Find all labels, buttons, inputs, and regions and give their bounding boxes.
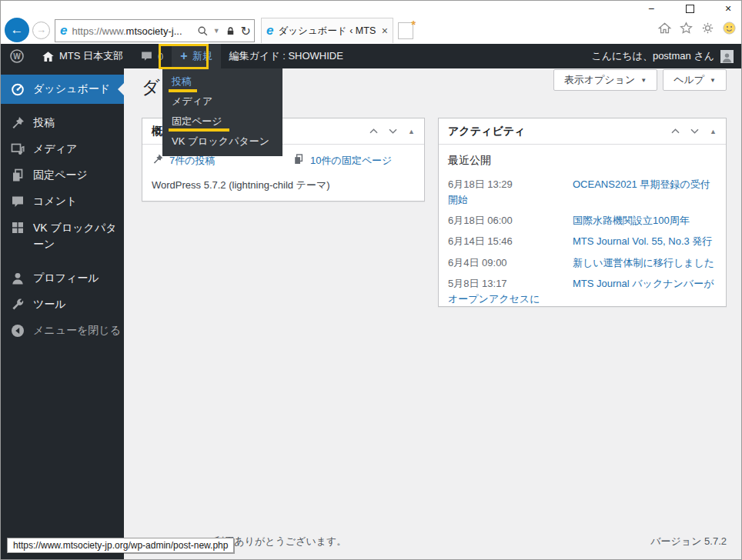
sidebar-item-comments[interactable]: コメント [1, 188, 124, 215]
new-menu-item-vk-block-pattern[interactable]: VK ブロックパターン [162, 132, 282, 152]
tab-close-icon[interactable]: × [382, 25, 388, 37]
sidebar-item-media[interactable]: メディア [1, 136, 124, 162]
edit-guide-menu[interactable]: 編集ガイド : SHOWHIDE [221, 44, 352, 68]
wp-logo-menu[interactable]: W [1, 44, 33, 68]
back-arrow-icon: ← [11, 22, 24, 37]
sidebar-item-label: ダッシュボード [33, 82, 110, 96]
user-icon [10, 271, 25, 286]
sidebar-item-label: ツール [33, 298, 66, 312]
activity-widget: アクティビティ ▲ 最近公開 6月18日 13:29OCEANS2021 早期登… [438, 118, 727, 307]
forward-button[interactable]: → [32, 22, 50, 39]
toggle-panel-icon[interactable]: ▲ [408, 128, 415, 135]
new-menu-item-page[interactable]: 固定ページ [162, 112, 282, 132]
address-bar[interactable]: e https://www.mtsociety-j... ▼ ↻ [55, 19, 255, 42]
move-down-icon[interactable] [387, 125, 399, 137]
sidebar-item-label: メディア [33, 142, 77, 156]
activity-entry: 6月14日 15:46MTS Journal Vol. 55, No.3 発行 [448, 234, 717, 249]
media-icon [10, 142, 25, 157]
tab-title: ダッシュボード ‹ MTS 日本支部... [278, 25, 378, 38]
pushpin-icon [10, 115, 25, 131]
sidebar-collapse-menu[interactable]: メニューを閉じる [1, 318, 124, 344]
settings-gear-icon[interactable] [700, 21, 715, 35]
activity-entry: 6月18日 06:00国際水路機関設立100周年 [448, 213, 717, 228]
avatar[interactable] [720, 50, 734, 63]
sidebar-item-pages[interactable]: 固定ページ [1, 162, 124, 188]
wrench-icon [10, 297, 25, 312]
wordpress-version-line: WordPress 5.7.2 (lightning-child テーマ) [152, 178, 415, 192]
search-icon[interactable] [196, 25, 209, 37]
favorites-star-icon[interactable] [679, 21, 694, 35]
entry-link[interactable]: 国際水路機関設立100周年 [573, 215, 690, 226]
move-down-icon[interactable] [689, 125, 700, 137]
browser-toolbar: ← → e https://www.mtsociety-j... ▼ ↻ e ダ… [1, 18, 741, 44]
edit-guide-label: 編集ガイド : SHOWHIDE [229, 49, 343, 63]
new-tab-button[interactable]: * [398, 22, 413, 39]
activity-entry: 6月18日 13:29OCEANS2021 早期登録の受付開始 [448, 177, 717, 208]
pages-icon [292, 153, 305, 168]
maximize-icon [686, 5, 694, 13]
sidebar-item-label: 固定ページ [33, 168, 88, 182]
activity-title: アクティビティ [448, 125, 525, 138]
lock-icon [225, 25, 236, 37]
new-content-menu[interactable]: + 新規 [172, 44, 220, 68]
sidebar-item-dashboard[interactable]: ダッシュボード [1, 75, 124, 104]
sidebar-item-label: VK ブロックパターン [33, 220, 119, 252]
wp-admin-bar: W MTS 日本支部 0 + 新規 編集ガイド : SHOWHIDE こんにちは… [1, 44, 741, 68]
entry-link[interactable]: 新しい運営体制に移行しました [573, 257, 714, 268]
site-name-menu[interactable]: MTS 日本支部 [33, 44, 132, 68]
pages-count-link[interactable]: 10件の固定ページ [310, 154, 392, 168]
title-bar: − × [1, 1, 741, 18]
forward-arrow-icon: → [36, 24, 46, 35]
move-up-icon[interactable] [368, 125, 379, 137]
wordpress-logo-icon: W [9, 48, 25, 64]
comment-bubble-icon [140, 50, 153, 63]
refresh-icon[interactable]: ↻ [241, 24, 251, 38]
move-up-icon[interactable] [670, 125, 681, 137]
collapse-arrow-icon [10, 323, 25, 338]
entry-date: 6月4日 09:00 [448, 255, 573, 271]
feedback-smiley-icon[interactable] [722, 21, 737, 35]
entry-date: 6月18日 13:29 [448, 177, 573, 192]
back-button[interactable]: ← [5, 18, 29, 42]
help-label: ヘルプ [673, 73, 704, 87]
sidebar-item-label: メニューを閉じる [33, 324, 121, 338]
browser-tab[interactable]: e ダッシュボード ‹ MTS 日本支部... × [261, 18, 393, 43]
url-text: https://www.mtsociety-j... [72, 25, 196, 37]
address-dropdown-icon[interactable]: ▼ [213, 27, 220, 35]
status-bar-url-tooltip: https://www.mtsociety-jp.org/wp-admin/po… [7, 538, 234, 553]
plus-icon: + [180, 49, 187, 63]
new-menu-item-post[interactable]: 投稿 [162, 72, 282, 92]
new-content-dropdown: 投稿 メディア 固定ページ VK ブロックパターン [162, 68, 282, 156]
new-tab-asterisk-icon: * [411, 18, 416, 31]
maximize-button[interactable] [681, 2, 698, 15]
pages-icon [10, 168, 25, 183]
help-button[interactable]: ヘルプ ▼ [663, 69, 727, 91]
footer-version: バージョン 5.7.2 [650, 535, 727, 548]
sidebar-item-profile[interactable]: プロフィール [1, 265, 124, 292]
admin-sidebar: ダッシュボード 投稿 メディア 固定ページ コメント VK ブロックパターン [1, 68, 124, 560]
sidebar-item-tools[interactable]: ツール [1, 292, 124, 318]
chevron-down-icon: ▼ [710, 77, 716, 84]
activity-entry: 6月4日 09:00新しい運営体制に移行しました [448, 255, 717, 271]
minimize-button[interactable]: − [643, 2, 660, 15]
sidebar-item-label: コメント [33, 195, 77, 208]
ie-icon: e [60, 23, 67, 38]
close-button[interactable]: × [720, 2, 737, 15]
sidebar-item-posts[interactable]: 投稿 [1, 110, 124, 136]
screen-options-label: 表示オプション [564, 73, 636, 87]
screen-options-button[interactable]: 表示オプション ▼ [553, 69, 657, 91]
comment-icon [10, 194, 25, 209]
toggle-panel-icon[interactable]: ▲ [710, 128, 717, 135]
activity-widget-header[interactable]: アクティビティ ▲ [439, 118, 726, 145]
comments-menu[interactable]: 0 [132, 44, 172, 68]
activity-entry: 5月8日 13:17MTS Journal バックナンバーがオープンアクセスに [448, 276, 717, 307]
browser-home-icon[interactable] [657, 21, 672, 35]
entry-link[interactable]: MTS Journal Vol. 55, No.3 発行 [573, 235, 712, 247]
dashboard-gauge-icon [10, 82, 25, 97]
sidebar-item-vk-block-patterns[interactable]: VK ブロックパターン [1, 215, 124, 255]
new-menu-item-media[interactable]: メディア [162, 92, 282, 112]
greeting-account-menu[interactable]: こんにちは、postman さん [591, 49, 714, 63]
chevron-down-icon: ▼ [640, 77, 647, 84]
site-name-label: MTS 日本支部 [59, 49, 123, 63]
new-button-label: 新規 [192, 49, 212, 63]
